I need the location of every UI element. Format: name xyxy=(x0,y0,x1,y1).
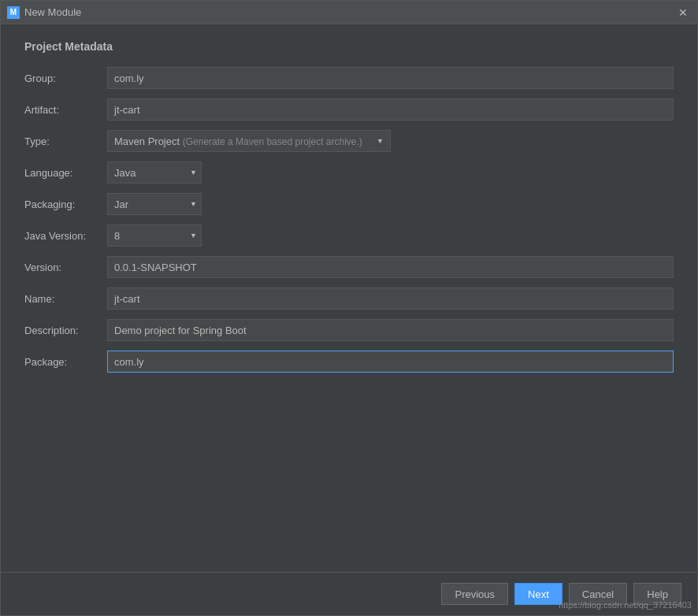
artifact-field-wrapper xyxy=(107,98,674,121)
artifact-input[interactable] xyxy=(107,98,674,121)
package-row: Package: xyxy=(24,351,674,373)
dialog-content: Project Metadata Group: Artifact: Type: … xyxy=(1,24,697,572)
version-row: Version: xyxy=(24,256,674,278)
packaging-label: Packaging: xyxy=(24,199,107,210)
version-field-wrapper xyxy=(107,256,674,278)
package-field-wrapper xyxy=(107,351,674,373)
name-field-wrapper xyxy=(107,288,674,310)
packaging-row: Packaging: Jar War xyxy=(24,193,674,215)
type-dropdown[interactable]: Maven Project (Generate a Maven based pr… xyxy=(107,130,391,152)
name-row: Name: xyxy=(24,288,674,310)
artifact-label: Artifact: xyxy=(24,104,107,116)
language-select-wrapper: Java Kotlin Groovy xyxy=(107,161,202,184)
language-select[interactable]: Java Kotlin Groovy xyxy=(107,161,202,184)
description-field-wrapper xyxy=(107,319,674,341)
title-bar: M New Module ✕ xyxy=(1,1,697,24)
dialog-title: New Module xyxy=(24,6,675,18)
type-row: Type: Maven Project (Generate a Maven ba… xyxy=(24,130,674,152)
dialog-icon: M xyxy=(7,6,20,19)
type-label: Type: xyxy=(24,135,107,147)
language-row: Language: Java Kotlin Groovy xyxy=(24,161,674,184)
type-dropdown-arrow-icon: ▼ xyxy=(377,137,384,145)
watermark: https://blog.csdn.net/qq_37216403 xyxy=(559,600,692,610)
version-label: Version: xyxy=(24,262,107,273)
packaging-select-wrapper: Jar War xyxy=(107,193,202,215)
type-dropdown-value: Maven Project (Generate a Maven based pr… xyxy=(114,135,372,147)
group-label: Group: xyxy=(24,72,107,84)
description-input[interactable] xyxy=(107,319,674,341)
language-label: Language: xyxy=(24,167,107,179)
group-row: Group: xyxy=(24,67,674,89)
javaversion-select[interactable]: 8 11 17 xyxy=(107,225,202,247)
group-input[interactable] xyxy=(107,67,674,89)
version-input[interactable] xyxy=(107,256,674,278)
packaging-select[interactable]: Jar War xyxy=(107,193,202,215)
javaversion-label: Java Version: xyxy=(24,230,107,242)
package-input[interactable] xyxy=(107,351,674,373)
type-field-wrapper: Maven Project (Generate a Maven based pr… xyxy=(107,130,674,152)
packaging-field-wrapper: Jar War xyxy=(107,193,674,215)
section-title: Project Metadata xyxy=(24,40,674,53)
previous-button[interactable]: Previous xyxy=(441,583,508,605)
next-button[interactable]: Next xyxy=(514,583,562,605)
javaversion-row: Java Version: 8 11 17 xyxy=(24,225,674,247)
group-field-wrapper xyxy=(107,67,674,89)
description-row: Description: xyxy=(24,319,674,341)
name-label: Name: xyxy=(24,293,107,305)
language-field-wrapper: Java Kotlin Groovy xyxy=(107,161,674,184)
description-label: Description: xyxy=(24,325,107,336)
package-label: Package: xyxy=(24,356,107,368)
javaversion-select-wrapper: 8 11 17 xyxy=(107,225,202,247)
name-input[interactable] xyxy=(107,288,674,310)
close-button[interactable]: ✕ xyxy=(675,5,691,20)
new-module-dialog: M New Module ✕ Project Metadata Group: A… xyxy=(0,0,698,616)
javaversion-field-wrapper: 8 11 17 xyxy=(107,225,674,247)
artifact-row: Artifact: xyxy=(24,98,674,121)
